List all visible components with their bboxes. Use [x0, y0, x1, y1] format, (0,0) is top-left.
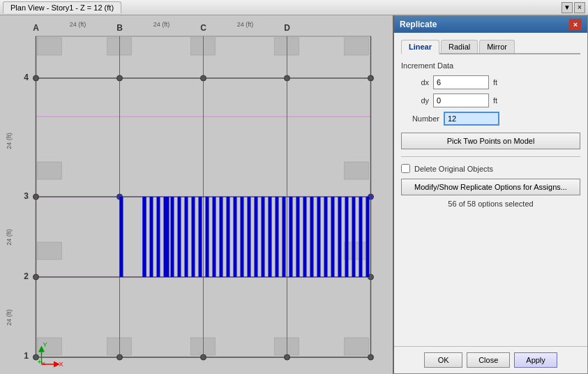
svg-text:24 (ft): 24 (ft): [6, 229, 13, 246]
svg-rect-63: [248, 197, 251, 277]
pick-two-points-button[interactable]: Pick Two Points on Model: [401, 133, 580, 149]
svg-rect-17: [107, 338, 132, 355]
svg-point-31: [117, 75, 123, 81]
ok-button[interactable]: OK: [424, 352, 462, 368]
svg-rect-56: [199, 197, 202, 277]
svg-rect-55: [192, 197, 195, 277]
svg-rect-52: [171, 197, 174, 277]
dy-label: dy: [401, 96, 429, 105]
svg-point-43: [285, 354, 290, 360]
svg-text:+: +: [38, 358, 42, 366]
svg-rect-61: [234, 197, 237, 277]
delete-original-label: Delete Original Objects: [414, 165, 493, 173]
svg-rect-79: [359, 197, 363, 277]
svg-text:3: 3: [24, 191, 29, 201]
svg-text:X: X: [59, 361, 63, 368]
svg-point-44: [368, 354, 374, 360]
title-bar: Plan View - Story1 - Z = 12 (ft) ▼ ×: [0, 0, 588, 15]
increment-section-label: Increment Data: [401, 61, 580, 70]
svg-rect-68: [282, 197, 286, 277]
svg-rect-66: [269, 197, 272, 277]
svg-text:A: A: [33, 23, 39, 33]
svg-rect-48: [143, 197, 146, 277]
dx-label: dx: [401, 78, 429, 87]
dx-unit: ft: [493, 78, 497, 87]
svg-text:1: 1: [24, 351, 29, 361]
svg-rect-74: [324, 197, 328, 277]
number-label: Number: [401, 114, 439, 123]
svg-text:24 (ft): 24 (ft): [237, 21, 254, 28]
dy-input[interactable]: [433, 94, 489, 107]
svg-rect-8: [107, 38, 132, 55]
separator: [401, 156, 580, 157]
svg-text:24 (ft): 24 (ft): [70, 21, 86, 28]
dy-unit: ft: [493, 96, 497, 105]
bottom-buttons: OK Close Apply: [394, 346, 587, 373]
svg-rect-7: [38, 38, 62, 55]
svg-point-34: [368, 75, 374, 81]
replicate-dialog: Replicate × Linear Radial Mirror Increme…: [393, 15, 588, 374]
tab-group: Linear Radial Mirror: [401, 40, 580, 54]
svg-text:×: ×: [42, 360, 46, 368]
number-row: Number: [401, 112, 580, 126]
dx-input[interactable]: [433, 75, 489, 89]
svg-rect-12: [38, 162, 62, 179]
delete-original-row: Delete Original Objects: [401, 164, 580, 173]
svg-rect-62: [241, 197, 244, 277]
svg-text:Y: Y: [43, 341, 47, 348]
svg-point-35: [33, 194, 39, 200]
dialog-close-button[interactable]: ×: [569, 19, 582, 30]
svg-rect-77: [345, 197, 349, 277]
svg-point-42: [201, 354, 206, 360]
delete-original-checkbox[interactable]: [401, 164, 410, 173]
svg-point-38: [33, 274, 39, 280]
apply-button[interactable]: Apply: [514, 352, 557, 368]
svg-rect-54: [185, 197, 188, 277]
title-tab[interactable]: Plan View - Story1 - Z = 12 (ft): [3, 1, 121, 13]
svg-rect-51: [164, 197, 167, 277]
svg-rect-57: [206, 197, 209, 277]
minimize-button[interactable]: ▼: [561, 2, 573, 13]
options-count: 56 of 58 options selected: [401, 200, 580, 208]
tab-linear[interactable]: Linear: [401, 40, 439, 54]
svg-rect-9: [191, 38, 216, 55]
tab-radial[interactable]: Radial: [441, 40, 478, 53]
svg-point-33: [285, 75, 290, 81]
close-main-button[interactable]: ×: [574, 2, 585, 13]
main-content: A B C D 24 (ft) 24 (ft) 24 (ft) 4 3 2 1 …: [0, 15, 588, 374]
close-button[interactable]: Close: [467, 352, 510, 368]
svg-rect-13: [345, 162, 369, 179]
svg-rect-10: [275, 38, 299, 55]
svg-rect-71: [303, 197, 307, 277]
svg-rect-73: [317, 197, 321, 277]
svg-rect-64: [255, 197, 258, 277]
svg-text:D: D: [284, 23, 290, 33]
modify-show-button[interactable]: Modify/Show Replicate Options for Assign…: [401, 179, 580, 195]
svg-rect-20: [345, 338, 369, 355]
svg-rect-19: [275, 338, 299, 355]
svg-rect-49: [150, 197, 153, 277]
svg-rect-59: [220, 197, 223, 277]
svg-rect-18: [191, 338, 216, 355]
svg-rect-53: [178, 197, 181, 277]
svg-text:4: 4: [24, 73, 29, 82]
svg-point-41: [117, 354, 123, 360]
svg-rect-72: [310, 197, 314, 277]
dialog-body: Linear Radial Mirror Increment Data dx f…: [394, 33, 587, 346]
tab-mirror[interactable]: Mirror: [479, 40, 515, 53]
svg-rect-78: [352, 197, 356, 277]
plan-view: A B C D 24 (ft) 24 (ft) 24 (ft) 4 3 2 1 …: [0, 15, 393, 374]
svg-rect-69: [289, 197, 293, 277]
svg-rect-76: [338, 197, 342, 277]
svg-text:24 (ft): 24 (ft): [6, 309, 13, 326]
svg-point-32: [201, 75, 206, 81]
svg-rect-65: [262, 197, 265, 277]
number-input[interactable]: [444, 112, 499, 126]
svg-rect-14: [38, 242, 62, 260]
svg-rect-75: [331, 197, 335, 277]
dialog-title: Replicate: [400, 20, 437, 29]
svg-rect-70: [296, 197, 300, 277]
plan-svg: A B C D 24 (ft) 24 (ft) 24 (ft) 4 3 2 1 …: [0, 15, 393, 374]
svg-text:24 (ft): 24 (ft): [153, 21, 170, 28]
svg-rect-58: [213, 197, 216, 277]
